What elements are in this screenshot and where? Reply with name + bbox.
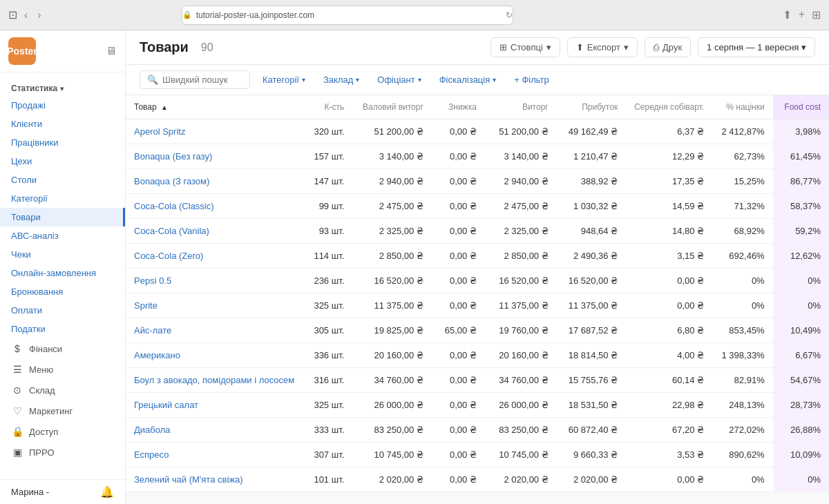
cell-gross: 11 375,00 ₴ <box>352 293 432 318</box>
add-filter-button[interactable]: + Фільтр <box>508 72 555 88</box>
cell-name[interactable]: Зелений чай (М'ята свіжа) <box>126 467 303 492</box>
sidebar-item-oplaty[interactable]: Оплати <box>0 301 125 320</box>
col-header-profit[interactable]: Прибуток <box>557 95 626 119</box>
zaklad-filter-button[interactable]: Заклад ▾ <box>318 72 365 88</box>
cell-avgcost: 3,53 ₴ <box>626 443 712 467</box>
sidebar-item-label: Чеки <box>11 249 31 260</box>
cell-name[interactable]: Sprite <box>126 293 303 318</box>
cell-markup: 0% <box>712 467 772 492</box>
sidebar-item-tovary[interactable]: Товари <box>0 208 125 226</box>
sidebar-item-tsehy[interactable]: Цехи <box>0 152 125 171</box>
cell-name[interactable]: Aperol Spritz <box>126 119 303 144</box>
cell-profit: 16 520,00 ₴ <box>557 269 626 293</box>
sidebar-group-meniu[interactable]: ☰ Меню <box>0 359 125 380</box>
col-header-name[interactable]: Товар ▲ <box>126 95 303 119</box>
cell-name[interactable]: Грецький салат <box>126 393 303 418</box>
cell-name[interactable]: Pepsi 0.5 <box>126 269 303 293</box>
cell-qty: 316 шт. <box>303 368 352 393</box>
sidebar-item-online[interactable]: Онлайн-замовлення <box>0 264 125 282</box>
sidebar-item-pratsivnyky[interactable]: Працівники <box>0 133 125 152</box>
cell-revenue: 16 520,00 ₴ <box>485 269 557 293</box>
sidebar-item-bronj[interactable]: Бронювання <box>0 282 125 301</box>
cell-name[interactable]: Айс-лате <box>126 318 303 343</box>
sidebar-group-sklad[interactable]: ⊙ Склад <box>0 380 125 400</box>
columns-button[interactable]: ⊞ Стовпці ▾ <box>490 37 560 57</box>
sidebar-section-stats[interactable]: Статистика ▾ <box>0 78 125 96</box>
cell-markup: 82,91% <box>712 368 772 393</box>
col-header-discount[interactable]: Знижка <box>432 95 485 119</box>
sidebar-item-klienty[interactable]: Клієнти <box>0 115 125 133</box>
cell-name[interactable]: Еспресо <box>126 443 303 467</box>
cell-name[interactable]: Coca-Cola (Zero) <box>126 244 303 269</box>
sidebar-item-label: Столи <box>11 175 37 185</box>
sidebar-item-cheky[interactable]: Чеки <box>0 245 125 264</box>
cell-avgcost: 17,35 ₴ <box>626 169 712 194</box>
sidebar-item-podatky[interactable]: Податки <box>0 320 125 338</box>
sidebar-group-label: ПРРО <box>29 447 55 458</box>
cell-name[interactable]: Диабола <box>126 418 303 443</box>
arrow-left-icon[interactable]: ‹ <box>21 8 30 23</box>
cell-name[interactable]: Bonaqua (Без газу) <box>126 144 303 169</box>
cell-profit: 948,64 ₴ <box>557 219 626 244</box>
sidebar-toggle-icon[interactable]: ⊡ <box>8 8 17 21</box>
cell-qty: 336 шт. <box>303 343 352 368</box>
notification-icon[interactable]: 🔔 <box>100 485 114 498</box>
col-header-revenue[interactable]: Виторг <box>485 95 557 119</box>
sidebar-item-stoly[interactable]: Столи <box>0 171 125 189</box>
sidebar-item-label: Оплати <box>11 305 42 316</box>
table-row: Грецький салат 325 шт. 26 000,00 ₴ 0,00 … <box>126 393 829 418</box>
category-filter-button[interactable]: Категорії ▾ <box>257 72 311 88</box>
new-tab-icon[interactable]: + <box>799 8 805 21</box>
prro-icon: ▣ <box>11 446 23 458</box>
col-header-markup[interactable]: % націнки <box>712 95 772 119</box>
search-box[interactable]: 🔍 <box>140 70 250 89</box>
print-button[interactable]: ⎙ Друк <box>645 37 691 57</box>
cell-gross: 19 825,00 ₴ <box>352 318 432 343</box>
col-header-qty[interactable]: К-сть <box>303 95 352 119</box>
cell-gross: 2 325,00 ₴ <box>352 219 432 244</box>
sidebar-group-marketynh[interactable]: ♡ Маркетинг <box>0 400 125 421</box>
sidebar-header-icons: 🖥 <box>106 45 117 57</box>
sidebar-group-prro[interactable]: ▣ ПРРО <box>0 442 125 463</box>
cell-foodcost: 3,98% <box>773 119 829 144</box>
sidebar-group-label: Доступ <box>29 427 58 437</box>
reload-icon[interactable]: ↻ <box>506 10 513 20</box>
warehouse-icon: ⊙ <box>11 384 23 396</box>
cell-avgcost: 3,15 ₴ <box>626 244 712 269</box>
share-icon[interactable]: ⬆ <box>783 8 792 21</box>
user-label[interactable]: Марина - <box>11 487 49 497</box>
cell-name[interactable]: Bonaqua (З газом) <box>126 169 303 194</box>
arrow-right-icon[interactable]: › <box>35 8 44 23</box>
cell-gross: 2 020,00 ₴ <box>352 467 432 492</box>
tab-manager-icon[interactable]: ⊞ <box>812 8 821 21</box>
sidebar-group-finansy[interactable]: $ Фінанси <box>0 338 125 359</box>
oficiant-filter-button[interactable]: Офіціант ▾ <box>372 72 426 88</box>
main-content: Товари 90 ⊞ Стовпці ▾ ⬆ Експорт ▾ ⎙ Друк <box>126 30 829 504</box>
export-button[interactable]: ⬆ Експорт ▾ <box>567 37 638 57</box>
cell-name[interactable]: Coca-Cola (Classic) <box>126 194 303 219</box>
fiskalizacia-filter-button[interactable]: Фіскалізація ▾ <box>434 72 502 88</box>
cell-markup: 1 398,33% <box>712 343 772 368</box>
search-input[interactable] <box>162 75 242 85</box>
cell-revenue: 26 000,00 ₴ <box>485 393 557 418</box>
sidebar-item-prodazhi[interactable]: Продажі <box>0 96 125 115</box>
col-header-foodcost[interactable]: Food cost <box>773 95 829 119</box>
col-header-gross[interactable]: Валовий виторг <box>352 95 432 119</box>
sidebar-group-dostup[interactable]: 🔒 Доступ <box>0 421 125 442</box>
cell-avgcost: 22,98 ₴ <box>626 393 712 418</box>
sidebar-item-abc[interactable]: АВС-аналіз <box>0 226 125 245</box>
date-range-button[interactable]: 1 серпня — 1 вересня ▾ <box>698 37 815 57</box>
monitor-icon[interactable]: 🖥 <box>106 45 117 57</box>
cell-markup: 68,92% <box>712 219 772 244</box>
cell-name[interactable]: Боул з авокадо, помідорами і лососем <box>126 368 303 393</box>
sidebar-item-katehorii[interactable]: Категорії <box>0 189 125 208</box>
cell-revenue: 3 140,00 ₴ <box>485 144 557 169</box>
cell-markup: 248,13% <box>712 393 772 418</box>
cell-name[interactable]: Coca-Cola (Vanila) <box>126 219 303 244</box>
sidebar-item-label: Товари <box>11 212 41 222</box>
columns-icon: ⊞ <box>499 42 507 52</box>
cell-name[interactable]: Американо <box>126 343 303 368</box>
col-header-avgcost[interactable]: Середня собіварт. <box>626 95 712 119</box>
address-bar[interactable]: 🔒 tutorial-poster-ua.joinposter.com ↻ <box>182 6 513 25</box>
table-row: Американо 336 шт. 20 160,00 ₴ 0,00 ₴ 20 … <box>126 343 829 368</box>
